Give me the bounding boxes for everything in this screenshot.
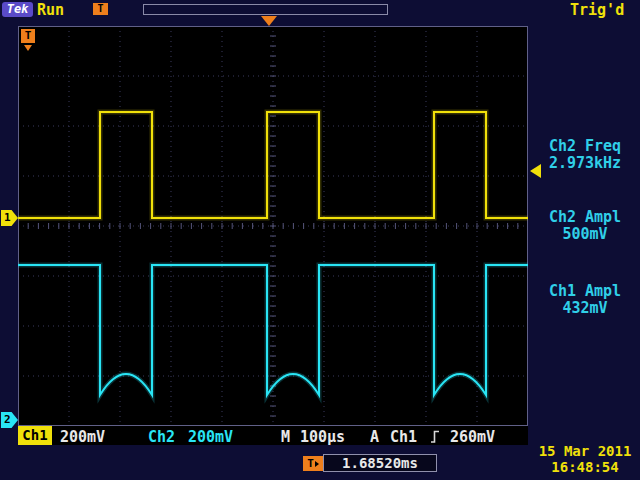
trigger-time-badge: T xyxy=(303,456,323,471)
rising-edge-icon xyxy=(430,429,440,447)
ch1-trace xyxy=(18,112,528,218)
ch2-scale-readout: 200mV xyxy=(188,428,233,446)
oscilloscope-screen: Tek Run T Trig'd T 1 2 Ch2 Freq 2.973kHz… xyxy=(0,0,640,480)
graticule: T xyxy=(18,26,528,426)
ch2-position-marker: 2 xyxy=(1,412,18,428)
measurement-label: Ch2 Freq xyxy=(531,138,639,155)
measurement-ch2-ampl: Ch2 Ampl 500mV xyxy=(531,209,639,243)
right-arrow-icon xyxy=(315,461,319,467)
tek-logo: Tek xyxy=(2,2,33,17)
trigger-horizontal-position-icon xyxy=(261,16,277,26)
ch1-trace-glow xyxy=(18,112,528,218)
datetime-readout: 15 Mar 2011 16:48:54 xyxy=(530,443,640,475)
trigger-position-indicator: T xyxy=(93,3,108,15)
trigger-marker-arrow-icon xyxy=(24,45,32,51)
timebase-readout: 100µs xyxy=(300,428,345,446)
ch1-position-marker: 1 xyxy=(1,210,18,226)
timebase-label: M xyxy=(281,428,290,446)
measurement-value: 432mV xyxy=(531,300,639,317)
measurement-ch2-freq: Ch2 Freq 2.973kHz xyxy=(531,138,639,172)
trigger-marker: T xyxy=(21,29,35,43)
acquisition-status: Run xyxy=(37,1,64,19)
measurement-label: Ch2 Ampl xyxy=(531,209,639,226)
measurement-value: 2.973kHz xyxy=(531,155,639,172)
measurement-ch1-ampl: Ch1 Ampl 432mV xyxy=(531,283,639,317)
status-bar: Ch1 200mV Ch2 200mV M 100µs A Ch1 260mV xyxy=(18,426,528,445)
ch1-label-badge: Ch1 xyxy=(18,426,52,445)
clock-readout: 16:48:54 xyxy=(530,459,640,475)
trigger-time-readout: 1.68520ms xyxy=(323,454,437,472)
ch1-scale-readout: 200mV xyxy=(60,428,105,446)
measurement-label: Ch1 Ampl xyxy=(531,283,639,300)
trigger-level-readout: 260mV xyxy=(450,428,495,446)
date-readout: 15 Mar 2011 xyxy=(530,443,640,459)
trigger-time-label: T xyxy=(307,457,314,470)
ch2-label: Ch2 xyxy=(148,428,175,446)
trigger-status: Trig'd xyxy=(570,1,624,19)
waveform-display xyxy=(18,26,528,426)
trigger-mode: A xyxy=(370,428,379,446)
trigger-source: Ch1 xyxy=(390,428,417,446)
record-view-bar xyxy=(143,4,388,15)
measurement-value: 500mV xyxy=(531,226,639,243)
